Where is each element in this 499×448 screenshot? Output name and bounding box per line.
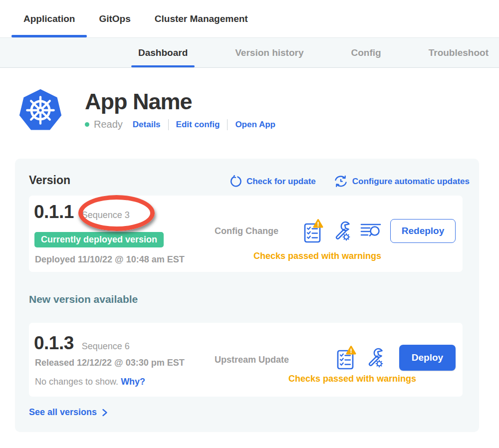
- currently-deployed-badge: Currently deployed version: [34, 232, 164, 247]
- deploy-button[interactable]: Deploy: [399, 345, 456, 371]
- details-link[interactable]: Details: [133, 120, 161, 130]
- open-app-link[interactable]: Open App: [235, 120, 275, 130]
- redeploy-button[interactable]: Redeploy: [390, 219, 456, 243]
- tab-config[interactable]: Config: [339, 38, 393, 67]
- new-version-number: 0.1.3: [34, 333, 74, 354]
- secondary-nav: Dashboard Version history Config Trouble…: [0, 38, 499, 68]
- current-version-number: 0.1.1: [34, 202, 74, 223]
- new-checks-status: Checks passed with warnings: [288, 374, 416, 384]
- current-checks-status: Checks passed with warnings: [253, 251, 381, 261]
- preflight-checks-icon[interactable]: [336, 345, 356, 370]
- view-diff-icon[interactable]: [360, 223, 381, 239]
- edit-config-link[interactable]: Edit config: [176, 120, 220, 130]
- see-all-versions-label: See all versions: [29, 407, 97, 418]
- why-link[interactable]: Why?: [121, 377, 145, 387]
- current-version-row: 0.1.1 Sequence 3 Currently deployed vers…: [29, 196, 463, 272]
- auto-update-clock-icon: [334, 175, 348, 188]
- deployed-timestamp: Deployed 11/10/22 @ 10:48 am EST: [35, 254, 185, 265]
- tab-cluster-management[interactable]: Cluster Management: [143, 0, 260, 37]
- chevron-right-icon: [102, 409, 108, 417]
- edit-config-wrench-icon[interactable]: [332, 220, 351, 242]
- preflight-checks-icon[interactable]: [303, 219, 323, 243]
- new-version-heading: New version available: [29, 293, 138, 305]
- page-title: App Name: [85, 89, 275, 115]
- status-label: Ready: [94, 119, 123, 130]
- version-card: Version Check for update Configure autom…: [15, 159, 479, 432]
- gear-icon: [343, 234, 350, 240]
- version-card-title: Version: [29, 174, 70, 187]
- new-version-sequence: Sequence 6: [82, 341, 130, 352]
- tab-dashboard[interactable]: Dashboard: [126, 38, 200, 67]
- app-header: App Name Ready Details Edit config Open …: [0, 68, 499, 133]
- divider: [168, 119, 169, 130]
- gear-icon: [376, 361, 383, 367]
- check-for-update-button[interactable]: Check for update: [230, 175, 316, 188]
- released-timestamp: Released 12/12/22 @ 03:30 pm EST: [35, 358, 185, 368]
- tab-application[interactable]: Application: [11, 0, 87, 37]
- edit-config-wrench-icon[interactable]: [365, 347, 384, 369]
- no-changes-text: No changes to show. Why?: [35, 377, 145, 387]
- check-for-update-label: Check for update: [247, 177, 316, 187]
- configure-automatic-updates-label: Configure automatic updates: [352, 177, 470, 187]
- see-all-versions-link[interactable]: See all versions: [29, 407, 108, 418]
- new-version-source: Upstream Update: [215, 355, 289, 365]
- new-version-row: 0.1.3 Sequence 6 Released 12/12/22 @ 03:…: [29, 323, 463, 397]
- primary-nav: Application GitOps Cluster Management: [0, 0, 499, 38]
- kubernetes-logo: [19, 88, 62, 133]
- current-version-sequence: Sequence 3: [82, 210, 130, 221]
- tab-troubleshoot[interactable]: Troubleshoot: [417, 38, 499, 67]
- ready-status-dot: [85, 122, 89, 127]
- tab-version-history[interactable]: Version history: [223, 38, 315, 67]
- configure-automatic-updates-button[interactable]: Configure automatic updates: [334, 175, 470, 188]
- refresh-icon: [230, 175, 242, 188]
- tab-gitops[interactable]: GitOps: [87, 0, 142, 37]
- current-version-source: Config Change: [215, 226, 278, 236]
- divider: [227, 119, 228, 130]
